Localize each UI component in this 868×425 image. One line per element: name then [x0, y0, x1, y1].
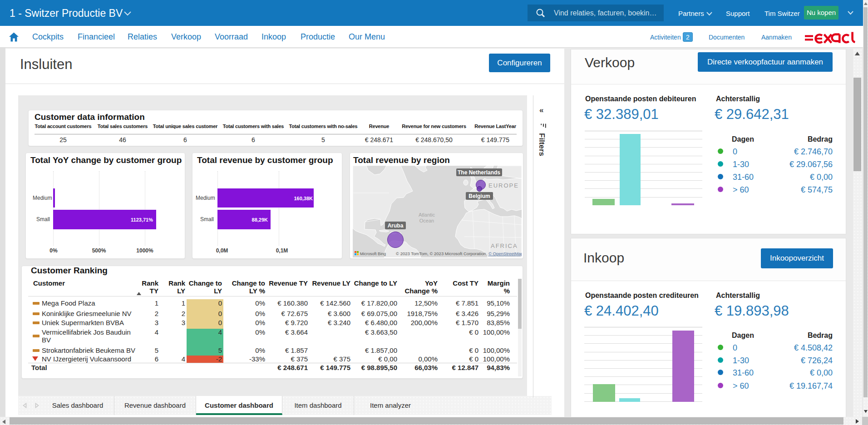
svg-text:Aruba: Aruba	[388, 222, 404, 229]
svg-text:AFRICA: AFRICA	[491, 242, 518, 249]
svg-text:The Netherlands: The Netherlands	[458, 169, 500, 176]
svg-text:Atlantic: Atlantic	[419, 212, 435, 217]
svg-text:Ocean: Ocean	[419, 218, 434, 223]
svg-text:Belgium: Belgium	[469, 193, 490, 199]
svg-text:Microsoft Bing: Microsoft Bing	[360, 252, 386, 256]
svg-text:EUROPE: EUROPE	[488, 182, 519, 189]
svg-text:© 2023 TomTom, © 2023 Microsof: © 2023 TomTom, © 2023 Microsoft Corporat…	[396, 251, 522, 256]
